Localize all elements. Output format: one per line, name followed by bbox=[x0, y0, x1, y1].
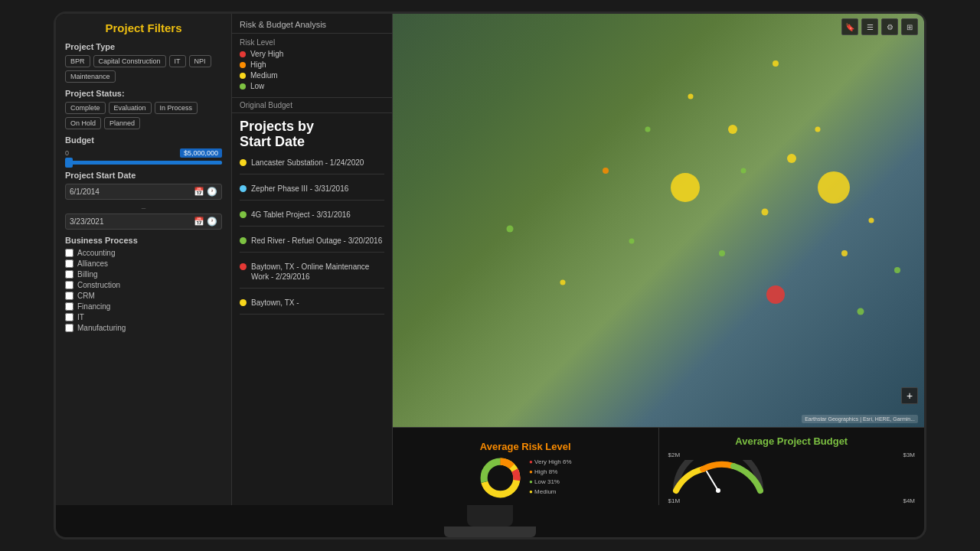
date-from-input[interactable]: 6/1/2014 📅 🕐 bbox=[65, 184, 222, 200]
risk-low: Low bbox=[240, 82, 384, 90]
tag-npi[interactable]: NPI bbox=[189, 55, 211, 67]
business-process-label: Business Process bbox=[65, 236, 222, 245]
checkbox-manufacturing[interactable] bbox=[65, 324, 74, 332]
project-name-5: Baytown, TX - Online Maintenance Work - … bbox=[251, 262, 384, 282]
monitor: Project Filters Project Type BPR Capital… bbox=[54, 11, 926, 540]
checkbox-it[interactable] bbox=[65, 313, 74, 321]
date-to-input[interactable]: 3/23/2021 📅 🕐 bbox=[65, 214, 222, 230]
list-btn[interactable]: ☰ bbox=[861, 18, 878, 35]
budget-card: Average Project Budget $2M $3M bbox=[659, 428, 925, 505]
date-to-icons: 📅 🕐 bbox=[194, 217, 217, 227]
project-name-3: 4G Tablet Project - 3/31/2016 bbox=[251, 210, 351, 220]
risk-low-label: Low bbox=[250, 82, 264, 90]
middle-panel: Risk & Budget Analysis Risk Level Very H… bbox=[232, 14, 393, 505]
right-panel: 🔖 ☰ ⚙ ⊞ + Earthstar Geographics | Esri, … bbox=[393, 14, 924, 505]
clock-icon-2[interactable]: 🕐 bbox=[207, 217, 217, 227]
budget-title: Average Project Budget bbox=[735, 435, 848, 447]
tag-maintenance[interactable]: Maintenance bbox=[65, 70, 116, 83]
list-item[interactable]: Alliances bbox=[65, 259, 222, 268]
map-bubble-12 bbox=[787, 154, 796, 163]
scale-1m: $1M bbox=[668, 497, 681, 504]
bookmark-btn[interactable]: 🔖 bbox=[841, 18, 858, 35]
map-bubble-0 bbox=[773, 60, 779, 67]
item-label: Alliances bbox=[77, 259, 108, 268]
risk-chart-container: ● Very High 6% ● High 8% ● Low 31% ● Med… bbox=[479, 457, 572, 499]
tag-planned[interactable]: Planned bbox=[104, 117, 140, 129]
checkbox-crm[interactable] bbox=[65, 292, 74, 300]
zoom-plus-btn[interactable]: + bbox=[901, 387, 918, 404]
settings-btn[interactable]: ⚙ bbox=[881, 18, 898, 35]
project-name-2: Zepher Phase III - 3/31/2016 bbox=[251, 184, 348, 194]
budget-label: Budget bbox=[65, 135, 222, 145]
budget-slider-fill bbox=[65, 161, 222, 165]
project-item-4: Red River - Refuel Outage - 3/20/2016 bbox=[240, 236, 384, 253]
map-bubble-8 bbox=[728, 125, 737, 134]
risk-level-title: Average Risk Level bbox=[480, 441, 571, 452]
list-item[interactable]: IT bbox=[65, 313, 222, 321]
tag-on-hold[interactable]: On Hold bbox=[65, 117, 101, 129]
budget-slider-track bbox=[65, 161, 222, 165]
item-label: Manufacturing bbox=[77, 324, 126, 332]
checkbox-alliances[interactable] bbox=[65, 259, 74, 268]
project-item-2: Zepher Phase III - 3/31/2016 bbox=[240, 184, 384, 201]
panel-title: Project Filters bbox=[65, 21, 222, 34]
risk-dot-very-high bbox=[240, 51, 246, 57]
project-dot-1 bbox=[240, 159, 247, 166]
checkbox-accounting[interactable] bbox=[65, 249, 74, 257]
tag-in-process[interactable]: In Process bbox=[155, 102, 198, 114]
legend-medium: ● Medium bbox=[529, 487, 572, 497]
list-item[interactable]: CRM bbox=[65, 292, 222, 300]
calendar-icon-2[interactable]: 📅 bbox=[194, 217, 204, 227]
budget-gauge-container: $2M $3M bbox=[665, 452, 919, 504]
risk-high-label: High bbox=[250, 60, 266, 69]
risk-medium: Medium bbox=[240, 71, 384, 80]
budget-slider-thumb[interactable] bbox=[65, 158, 73, 168]
risk-medium-label: Medium bbox=[250, 71, 278, 80]
item-label: Billing bbox=[77, 270, 98, 279]
risk-level-label: Risk Level bbox=[240, 38, 384, 47]
list-item[interactable]: Manufacturing bbox=[65, 324, 222, 332]
tag-complete[interactable]: Complete bbox=[65, 102, 106, 114]
tag-capital[interactable]: Capital Construction bbox=[93, 55, 166, 67]
project-dot-3 bbox=[240, 211, 247, 218]
clock-icon[interactable]: 🕐 bbox=[207, 187, 217, 197]
risk-level-card: Average Risk Level ● Very High 6% ● High… bbox=[393, 428, 659, 505]
map-bubble-1 bbox=[688, 94, 693, 99]
map-container: 🔖 ☰ ⚙ ⊞ + Earthstar Geographics | Esri, … bbox=[393, 14, 924, 427]
legend-high: ● High 8% bbox=[529, 468, 572, 478]
tag-it[interactable]: IT bbox=[169, 55, 186, 67]
project-item-6: Baytown, TX - bbox=[240, 298, 384, 315]
grid-btn[interactable]: ⊞ bbox=[901, 18, 918, 35]
budget-scale-top: $2M $3M bbox=[668, 452, 916, 458]
item-label: Accounting bbox=[77, 249, 115, 257]
monitor-screen: Project Filters Project Type BPR Capital… bbox=[56, 14, 924, 505]
budget-row: 0 $5,000,000 bbox=[65, 148, 222, 158]
checkbox-construction[interactable] bbox=[65, 281, 74, 289]
tag-bpr[interactable]: BPR bbox=[65, 55, 90, 67]
item-label: Construction bbox=[77, 281, 120, 289]
business-process-list: Accounting Alliances Billing Constructio… bbox=[65, 249, 222, 332]
left-panel: Project Filters Project Type BPR Capital… bbox=[56, 14, 232, 505]
risk-budget-header: Risk & Budget Analysis bbox=[232, 14, 392, 34]
list-item[interactable]: Construction bbox=[65, 281, 222, 289]
scale-4m: $4M bbox=[903, 497, 915, 504]
checkbox-financing[interactable] bbox=[65, 302, 74, 311]
tag-evaluation[interactable]: Evaluation bbox=[109, 102, 152, 114]
project-dot-5 bbox=[240, 263, 247, 270]
list-item[interactable]: Financing bbox=[65, 302, 222, 311]
map-bubble-17 bbox=[868, 218, 874, 223]
map-bubble-2 bbox=[645, 127, 651, 132]
scale-2m: $2M bbox=[668, 452, 681, 458]
monitor-base bbox=[444, 527, 536, 537]
list-item[interactable]: Billing bbox=[65, 270, 222, 279]
map-bubble-3 bbox=[603, 168, 609, 174]
budget-min: 0 bbox=[65, 149, 69, 157]
list-item[interactable]: Accounting bbox=[65, 249, 222, 257]
map-bubble-10 bbox=[741, 168, 746, 174]
checkbox-billing[interactable] bbox=[65, 270, 74, 279]
calendar-icon[interactable]: 📅 bbox=[194, 187, 204, 197]
project-status-label: Project Status: bbox=[65, 89, 222, 98]
map-attribution: Earthstar Geographics | Esri, HERE, Garm… bbox=[802, 415, 918, 423]
item-label: IT bbox=[77, 313, 84, 321]
risk-dot-medium bbox=[240, 73, 246, 79]
